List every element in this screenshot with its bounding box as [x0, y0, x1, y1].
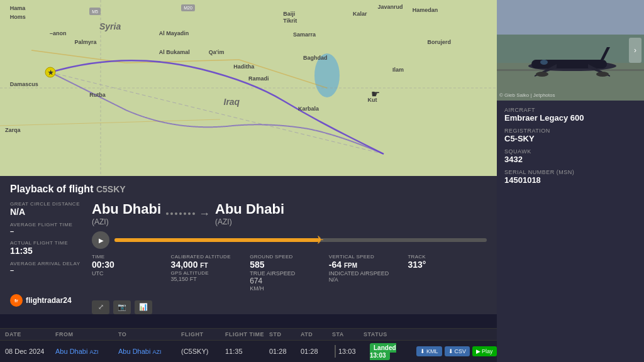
vertical-speed-col: VERTICAL SPEED -64 FPM INDICATED AIRSPEE…	[329, 254, 408, 292]
actual-flight-value: 11:35	[10, 246, 92, 256]
aircraft-info: AIRCRAFT Embraer Legacy 600 REGISTRATION…	[497, 101, 644, 362]
from-city: Abu Dhabi	[92, 201, 161, 217]
true-airspeed-value: 674	[250, 277, 329, 285]
map-label-homs: Homs	[10, 14, 26, 20]
bottom-controls: ⤢ 📷 📊	[92, 300, 487, 314]
chart-button[interactable]: 📊	[135, 300, 152, 314]
to-airport: Abu Dhabi (AZI)	[215, 201, 284, 226]
from-airport: Abu Dhabi (AZI)	[92, 201, 161, 226]
aircraft-type-value: Embraer Legacy 600	[504, 113, 636, 123]
map-label-almayadin: Al Mayadin	[159, 30, 189, 36]
aircraft-type-row: AIRCRAFT Embraer Legacy 600	[504, 107, 636, 123]
flightradar-logo: fr flightradar24	[10, 294, 72, 307]
flight-id: C5SKY	[96, 184, 126, 194]
table-header: DATE FROM TO FLIGHT FLIGHT TIME STD ATD …	[0, 328, 497, 340]
cal-alt-value: 34,000 FT	[171, 260, 250, 270]
registration-row: REGISTRATION C5-SKY	[504, 128, 636, 143]
th-atd: ATD	[301, 331, 332, 337]
csv-button[interactable]: ⬇ CSV	[445, 346, 470, 356]
true-airspeed-unit: KM/H	[250, 285, 329, 292]
map-label-damascus: Damascus	[10, 81, 38, 87]
map-label-anon: –anon	[50, 30, 67, 36]
progress-fill	[114, 238, 319, 242]
registration-label: REGISTRATION	[504, 128, 636, 134]
flights-table: DATE FROM TO FLIGHT FLIGHT TIME STD ATD …	[0, 328, 497, 362]
kml-button[interactable]: ⬇ KML	[416, 346, 442, 356]
td-from[interactable]: Abu Dhabi AZI	[55, 348, 118, 355]
td-status: Landed 13:03	[370, 344, 416, 359]
td-date: 08 Dec 2024	[5, 348, 55, 355]
play-button[interactable]: ▶	[92, 231, 109, 249]
map-label-iraq: Iraq	[224, 97, 240, 107]
map-label-syria: Syria	[99, 21, 121, 31]
map-label-bukamal: Al Bukamal	[159, 49, 190, 55]
ground-speed-label: GROUND SPEED	[250, 254, 329, 260]
cal-alt-label: CALIBRATED ALTITUDE	[171, 254, 250, 260]
svg-point-25	[596, 72, 609, 77]
gps-alt-label: GPS ALTITUDE	[171, 270, 250, 276]
th-flight: FLIGHT	[181, 331, 225, 337]
time-label: TIME	[92, 254, 171, 260]
progress-row: ▶ ✈	[92, 231, 487, 249]
td-sta: 13:03	[338, 348, 370, 355]
table-row: 08 Dec 2024 Abu Dhabi AZI Abu Dhabi AZI …	[0, 340, 497, 362]
indicated-value: N/A	[329, 277, 408, 283]
map-label-javanrud: Javanrud	[377, 4, 402, 10]
great-circle-value: N/A	[10, 207, 92, 217]
map-label-zarqa: Zarqa	[5, 127, 21, 133]
aircraft-photo: © Gleb Salko | Jetphotos ›	[497, 0, 644, 101]
bottom-panel: Playback of flight C5SKY GREAT CIRCLE DI…	[0, 176, 497, 314]
th-actions	[416, 331, 492, 337]
great-circle-stat: GREAT CIRCLE DISTANCE N/A	[10, 201, 92, 217]
th-from: FROM	[55, 331, 118, 337]
svg-text:M5: M5	[92, 9, 98, 14]
map-label-karbala: Karbala	[298, 106, 319, 112]
th-date: DATE	[5, 331, 55, 337]
vertical-value: -64 FPM	[329, 260, 408, 270]
serial-label: SERIAL NUMBER (MSN)	[504, 169, 636, 175]
serial-value: 14501018	[504, 175, 636, 185]
next-photo-button[interactable]: ›	[629, 38, 641, 63]
play-icon: ▶	[99, 237, 104, 244]
squawk-label: SQUAWK	[504, 148, 636, 155]
play-flight-button[interactable]: ▶ Play	[472, 346, 497, 356]
map-label-palmyra: Palmyra	[75, 39, 97, 45]
svg-rect-18	[497, 35, 644, 63]
route-section: Abu Dhabi (AZI) → Abu	[92, 201, 487, 314]
great-circle-label: GREAT CIRCLE DISTANCE	[10, 201, 92, 207]
th-to: TO	[118, 331, 181, 337]
avg-flight-value: –	[10, 228, 92, 235]
svg-point-24	[536, 72, 548, 77]
td-actions: ⬇ KML ⬇ CSV ▶ Play	[416, 346, 492, 356]
time-col: TIME 00:30 UTC	[92, 254, 171, 292]
th-sta: STA	[332, 331, 364, 337]
map-label-samarra: Samarra	[293, 31, 316, 38]
th-std: STD	[269, 331, 301, 337]
squawk-value: 3432	[504, 155, 636, 164]
map-label-baghdad: Baghdad	[303, 55, 328, 61]
time-divider	[335, 345, 336, 358]
progress-bar[interactable]: ✈	[114, 238, 487, 242]
gps-alt-value: 35,150 FT	[171, 276, 250, 282]
fr-logo-text: flightradar24	[26, 296, 72, 305]
th-flight-time: FLIGHT TIME	[225, 331, 269, 337]
photo-credit: © Gleb Salko | Jetphotos	[499, 92, 555, 98]
from-code: (AZI)	[92, 217, 161, 226]
th-status: STATUS	[364, 331, 416, 337]
expand-button[interactable]: ⤢	[92, 300, 109, 314]
aircraft-photo-svg	[497, 0, 644, 101]
map-label-ramadi: Ramadi	[248, 75, 269, 82]
camera-button[interactable]: 📷	[113, 300, 131, 314]
fr-logo-icon: fr	[10, 294, 23, 307]
td-atd: 01:28	[301, 348, 332, 355]
avg-arrival-label: AVERAGE ARRIVAL DELAY	[10, 261, 92, 266]
map-label-haditha: Haditha	[233, 63, 254, 70]
avg-arrival-value: –	[10, 266, 92, 274]
map-label-qaim: Qa'im	[209, 49, 225, 55]
avg-flight-label: AVERAGE FLIGHT TIME	[10, 222, 92, 228]
td-std: 01:28	[269, 348, 301, 355]
map-label-hama: Hama	[10, 5, 26, 11]
route-airports: Abu Dhabi (AZI) → Abu	[92, 201, 487, 226]
map-label-kut: Kut	[368, 97, 377, 103]
td-to[interactable]: Abu Dhabi AZI	[118, 348, 181, 355]
